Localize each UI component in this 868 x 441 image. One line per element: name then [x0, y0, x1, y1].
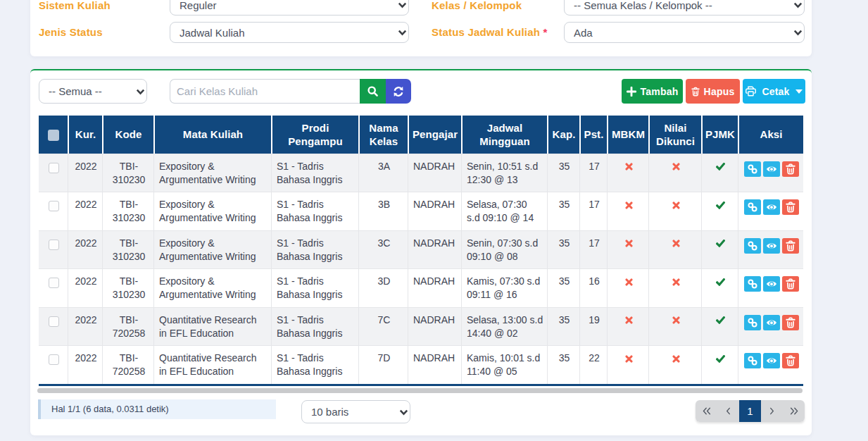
trash-icon: [786, 355, 795, 366]
eye-icon: [766, 203, 777, 211]
header-pst: Pst.: [579, 116, 607, 154]
action-link-button[interactable]: [744, 353, 761, 368]
refresh-button[interactable]: [386, 79, 411, 104]
cell-kode: TBI- 310230: [102, 154, 153, 192]
select-status-jadwal[interactable]: Ada: [564, 22, 805, 43]
cell-prodi: S1 - Tadris Bahasa Inggris: [271, 192, 358, 230]
table-header-row: Kur.KodeMata KuliahProdi PengampuNama Ke…: [39, 116, 803, 154]
refresh-icon: [393, 86, 404, 97]
cell-mk: Expository & Argumentative Writing: [153, 154, 271, 192]
action-view-button[interactable]: [763, 238, 780, 254]
cell-pjmk: [701, 308, 738, 346]
horizontal-scrollbar[interactable]: [37, 388, 803, 393]
search-button[interactable]: [360, 79, 386, 104]
row-checkbox[interactable]: [49, 278, 59, 288]
label-kelas-kelompok: Kelas / Kelompok: [432, 0, 522, 13]
action-link-button[interactable]: [744, 161, 761, 177]
cell-jadwal: Kamis, 07:30 s.d 09:11 @ 16: [461, 269, 547, 307]
row-checkbox[interactable]: [49, 316, 59, 327]
cell-kap: 35: [547, 346, 579, 384]
action-link-button[interactable]: [744, 199, 761, 215]
eye-icon: [766, 242, 777, 250]
cell-kelas: 7C: [358, 308, 408, 346]
link-icon: [748, 164, 757, 174]
check-icon: [716, 355, 725, 363]
table-row: 2022TBI- 310230Expository & Argumentativ…: [39, 192, 803, 230]
chevron-left-icon: [726, 407, 731, 415]
pagination-page-1-button[interactable]: 1: [739, 400, 761, 422]
eye-icon: [766, 165, 777, 173]
select-kelas-kelompok[interactable]: -- Semua Kelas / Kelompok --: [564, 0, 805, 15]
cell-aksi: [738, 308, 803, 346]
action-view-button[interactable]: [763, 353, 780, 368]
cell-check: [39, 346, 68, 384]
eye-icon: [766, 356, 777, 365]
action-delete-button[interactable]: [782, 161, 799, 177]
x-mark-icon: [672, 316, 680, 324]
cell-kap: 35: [547, 308, 579, 346]
delete-button[interactable]: Hapus: [686, 79, 740, 104]
check-icon: [716, 316, 725, 324]
action-view-button[interactable]: [763, 199, 780, 215]
action-link-button[interactable]: [744, 315, 761, 330]
cell-kur: 2022: [68, 231, 102, 269]
action-view-button[interactable]: [763, 315, 780, 330]
action-delete-button[interactable]: [782, 353, 799, 368]
cell-kap: 35: [547, 231, 579, 269]
header-aksi: Aksi: [738, 116, 803, 154]
select-all-checkbox[interactable]: [48, 130, 59, 141]
pagination-first-button[interactable]: [696, 400, 717, 422]
select-jenis-status[interactable]: Jadwal Kuliah: [170, 22, 409, 43]
required-asterisk: *: [543, 26, 547, 38]
action-delete-button[interactable]: [782, 238, 799, 254]
row-checkbox[interactable]: [49, 354, 59, 365]
cell-pengajar: NADRAH: [408, 231, 461, 269]
row-checkbox[interactable]: [49, 201, 59, 211]
cell-pengajar: NADRAH: [408, 154, 461, 192]
eye-icon: [766, 318, 777, 327]
trash-icon: [786, 278, 795, 290]
add-button[interactable]: Tambah: [622, 79, 683, 104]
action-delete-button[interactable]: [782, 315, 799, 330]
cell-aksi: [738, 269, 803, 307]
action-view-button[interactable]: [763, 161, 780, 177]
cell-jadwal: Selasa, 13:00 s.d 14:40 @ 02: [461, 308, 547, 346]
check-icon: [716, 240, 725, 247]
double-chevron-right-icon: [790, 407, 798, 415]
table-row: 2022TBI- 720258Quantitative Research in …: [39, 307, 803, 346]
cell-nilai: [648, 231, 701, 269]
cell-kode: TBI- 310230: [102, 192, 153, 230]
action-delete-button[interactable]: [782, 199, 799, 215]
pagination-prev-button[interactable]: [717, 400, 739, 422]
action-view-button[interactable]: [763, 276, 780, 292]
print-button[interactable]: Cetak: [743, 79, 805, 104]
row-checkbox[interactable]: [49, 163, 59, 173]
cell-nilai: [648, 192, 701, 230]
select-sistem-kuliah[interactable]: Reguler: [170, 0, 409, 15]
cell-prodi: S1 - Tadris Bahasa Inggris: [271, 346, 358, 384]
select-sistem-kuliah-wrap: Reguler: [170, 0, 409, 15]
x-mark-icon: [625, 163, 633, 170]
trash-icon: [786, 163, 795, 175]
pagination-next-button[interactable]: [761, 400, 783, 422]
row-checkbox[interactable]: [49, 240, 59, 250]
cell-jadwal: Kamis, 10:01 s.d 11:40 @ 05: [461, 346, 547, 384]
action-delete-button[interactable]: [782, 276, 799, 292]
header-kode: Kode: [102, 116, 153, 154]
select-filter-semua-wrap: -- Semua --: [39, 79, 147, 104]
select-filter-semua[interactable]: -- Semua --: [39, 79, 147, 104]
check-icon: [716, 278, 725, 286]
action-link-button[interactable]: [744, 276, 761, 292]
select-page-size[interactable]: 10 baris: [301, 400, 410, 423]
search-input[interactable]: [170, 79, 360, 104]
cell-nilai: [648, 308, 701, 346]
action-link-button[interactable]: [744, 238, 761, 254]
pagination-last-button[interactable]: [783, 400, 805, 422]
header-prodi: Prodi Pengampu: [271, 116, 358, 154]
printer-icon: [746, 86, 756, 97]
data-table: Kur.KodeMata KuliahProdi PengampuNama Ke…: [39, 116, 803, 386]
cell-kode: TBI- 720258: [102, 308, 153, 346]
cell-pst: 19: [579, 308, 607, 346]
x-mark-icon: [625, 240, 633, 247]
x-mark-icon: [672, 163, 680, 170]
